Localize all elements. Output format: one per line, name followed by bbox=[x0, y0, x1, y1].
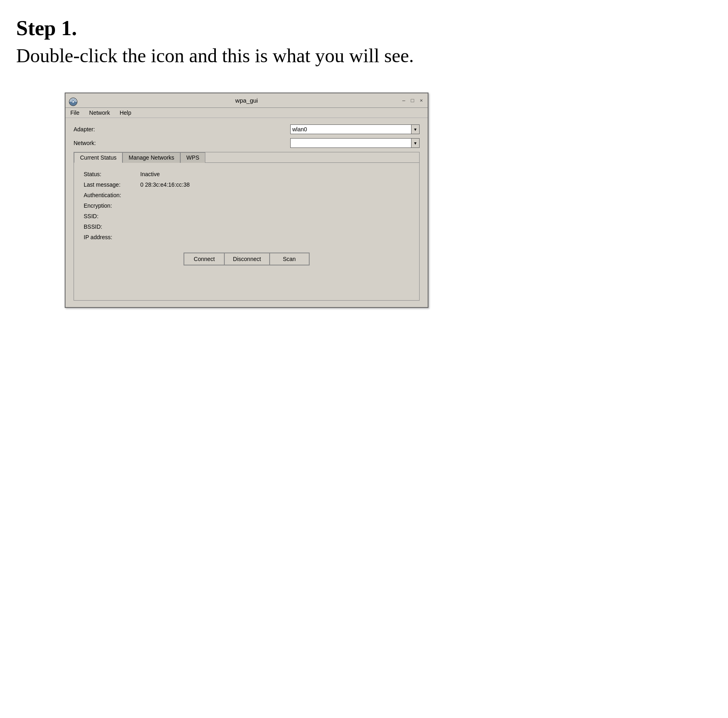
adapter-select[interactable]: wlan0 bbox=[290, 124, 411, 134]
status-key-ssid: SSID: bbox=[84, 213, 140, 219]
network-row: Network: ▼ bbox=[74, 138, 420, 148]
adapter-dropdown-arrow[interactable]: ▼ bbox=[411, 124, 420, 134]
connect-button[interactable]: Connect bbox=[184, 253, 224, 265]
menu-network[interactable]: Network bbox=[88, 109, 112, 117]
titlebar: wpa_gui – □ × bbox=[65, 93, 428, 108]
status-value-status: Inactive bbox=[140, 171, 160, 177]
menubar: File Network Help bbox=[65, 108, 428, 118]
network-dropdown-arrow[interactable]: ▼ bbox=[411, 138, 420, 148]
status-row-last-message: Last message: 0 28:3c:e4:16:cc:38 bbox=[84, 181, 409, 188]
status-key-bssid: BSSID: bbox=[84, 223, 140, 230]
status-row-status: Status: Inactive bbox=[84, 171, 409, 177]
close-button[interactable]: × bbox=[418, 97, 424, 103]
adapter-row: Adapter: wlan0 ▼ bbox=[74, 124, 420, 134]
disconnect-button[interactable]: Disconnect bbox=[224, 253, 269, 265]
status-key-status: Status: bbox=[84, 171, 140, 177]
status-key-last-message: Last message: bbox=[84, 181, 140, 188]
network-select-wrapper: ▼ bbox=[290, 138, 420, 148]
svg-point-1 bbox=[72, 101, 74, 103]
application-window: wpa_gui – □ × File Network Help Adapter:… bbox=[65, 93, 428, 308]
menu-file[interactable]: File bbox=[69, 109, 81, 117]
status-key-authentication: Authentication: bbox=[84, 192, 140, 198]
status-key-ip-address: IP address: bbox=[84, 234, 140, 240]
tab-manage-networks[interactable]: Manage Networks bbox=[122, 152, 180, 163]
network-label: Network: bbox=[74, 140, 114, 146]
status-row-authentication: Authentication: bbox=[84, 192, 409, 198]
action-buttons: Connect Disconnect Scan bbox=[84, 253, 409, 265]
maximize-button[interactable]: □ bbox=[409, 97, 416, 103]
tabs-area: Current Status Manage Networks WPS Statu… bbox=[74, 152, 420, 301]
window-title: wpa_gui bbox=[235, 97, 258, 104]
wpa-gui-window: wpa_gui – □ × File Network Help Adapter:… bbox=[65, 93, 428, 308]
adapter-label: Adapter: bbox=[74, 126, 114, 133]
status-row-ssid: SSID: bbox=[84, 213, 409, 219]
minimize-button[interactable]: – bbox=[401, 97, 407, 103]
status-row-ip-address: IP address: bbox=[84, 234, 409, 240]
adapter-select-wrapper: wlan0 ▼ bbox=[290, 124, 420, 134]
status-row-encryption: Encryption: bbox=[84, 202, 409, 209]
tab-content-current-status: Status: Inactive Last message: 0 28:3c:e… bbox=[74, 163, 419, 300]
status-key-encryption: Encryption: bbox=[84, 202, 140, 209]
tabs-header: Current Status Manage Networks WPS bbox=[74, 152, 419, 163]
step-heading: Step 1. bbox=[16, 16, 712, 40]
app-icon bbox=[69, 96, 78, 105]
menu-help[interactable]: Help bbox=[118, 109, 133, 117]
titlebar-controls: – □ × bbox=[401, 97, 424, 103]
status-row-bssid: BSSID: bbox=[84, 223, 409, 230]
scan-button[interactable]: Scan bbox=[269, 253, 310, 265]
status-value-last-message: 0 28:3c:e4:16:cc:38 bbox=[140, 181, 190, 188]
step-description: Double-click the icon and this is what y… bbox=[16, 43, 712, 68]
window-content: Adapter: wlan0 ▼ Network: ▼ bbox=[65, 118, 428, 307]
tab-current-status[interactable]: Current Status bbox=[74, 152, 122, 163]
tab-wps[interactable]: WPS bbox=[180, 152, 205, 163]
network-select[interactable] bbox=[290, 138, 411, 148]
